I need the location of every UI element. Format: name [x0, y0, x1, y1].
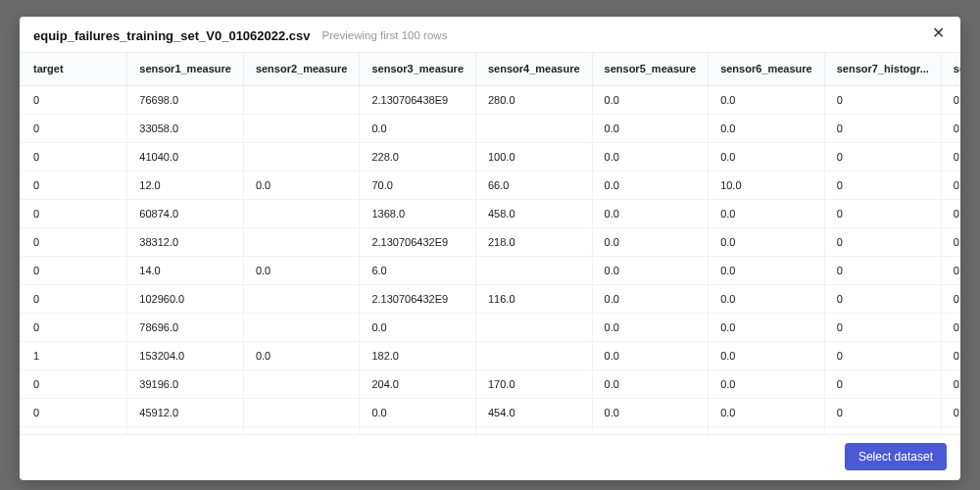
table-row[interactable]: 039196.0204.0170.00.00.000: [20, 369, 960, 398]
table-cell: 0: [20, 284, 127, 313]
table-cell: 0: [20, 398, 127, 426]
table-row[interactable]: 1153204.00.0182.00.00.000: [20, 341, 960, 369]
table-cell: 36.0: [360, 426, 476, 434]
table-cell: 0.0: [709, 398, 825, 426]
table-cell: 228.0: [360, 142, 476, 171]
table-cell: 66.0: [476, 171, 593, 199]
table-cell: 39196.0: [127, 369, 244, 398]
column-header[interactable]: target: [20, 53, 127, 85]
table-cell: [476, 256, 593, 284]
table-cell: 0.0: [709, 142, 825, 171]
table-cell: 0: [20, 85, 127, 114]
table-cell: 0.0: [592, 142, 709, 171]
table-cell: 0: [20, 426, 127, 434]
column-header[interactable]: sensor2_measure: [243, 53, 360, 85]
table-cell: 0.0: [592, 85, 709, 114]
table-cell: 0.0: [709, 199, 825, 227]
table-cell: 0: [941, 256, 960, 284]
table-row[interactable]: 041040.0228.0100.00.00.000: [20, 142, 960, 171]
table-cell: 0: [824, 369, 941, 398]
table-cell: 100.0: [476, 142, 593, 171]
table-header: targetsensor1_measuresensor2_measuresens…: [20, 53, 960, 85]
table-cell: 60874.0: [127, 199, 244, 227]
table-row[interactable]: 076698.02.130706438E9280.00.00.000: [20, 85, 960, 114]
table-cell: 0.0: [709, 426, 825, 434]
table-cell: 280.0: [476, 85, 593, 114]
column-header[interactable]: sensor6_measure: [709, 53, 825, 85]
table-cell: [243, 369, 360, 398]
table-cell: [476, 341, 593, 369]
table-cell: [243, 199, 360, 227]
table-cell: 0: [941, 114, 960, 142]
data-table: targetsensor1_measuresensor2_measuresens…: [20, 53, 960, 434]
table-cell: 0: [941, 227, 960, 256]
table-cell: 0: [20, 142, 127, 171]
modal-header: equip_failures_training_set_V0_01062022.…: [20, 17, 960, 52]
table-cell: 0: [824, 256, 941, 284]
table-cell: 454.0: [476, 398, 593, 426]
close-icon[interactable]: ✕: [929, 26, 947, 44]
table-cell: 0: [941, 171, 960, 199]
table-cell: 0: [941, 199, 960, 227]
table-cell: 0.0: [709, 313, 825, 341]
table-row[interactable]: 078696.00.00.00.000: [20, 313, 960, 341]
table-scroll-area[interactable]: targetsensor1_measuresensor2_measuresens…: [20, 52, 960, 434]
table-row[interactable]: 060874.01368.0458.00.00.000: [20, 199, 960, 227]
table-row[interactable]: 033058.00.00.00.000: [20, 114, 960, 142]
column-header[interactable]: sensor1_measure: [127, 53, 244, 85]
table-cell: 38312.0: [127, 227, 244, 256]
table-cell: 458.0: [476, 199, 593, 227]
column-header[interactable]: sensor7_histogr...: [824, 53, 941, 85]
table-cell: 0.0: [592, 341, 709, 369]
table-row[interactable]: 014.00.06.00.00.000: [20, 256, 960, 284]
file-title: equip_failures_training_set_V0_01062022.…: [33, 28, 311, 43]
table-cell: 218.0: [476, 227, 593, 256]
table-cell: 0: [824, 171, 941, 199]
table-cell: 0.0: [709, 369, 825, 398]
table-cell: 116.0: [476, 284, 593, 313]
table-cell: 41040.0: [127, 142, 244, 171]
table-cell: 153204.0: [127, 341, 244, 369]
column-header[interactable]: sensor3_measure: [360, 53, 476, 85]
table-cell: 0.0: [709, 227, 825, 256]
table-cell: 204.0: [360, 369, 476, 398]
table-cell: 0: [824, 398, 941, 426]
table-cell: 12.0: [127, 171, 244, 199]
column-header[interactable]: sensor7_histogr...: [941, 53, 960, 85]
table-row[interactable]: 012.00.070.066.00.010.000: [20, 171, 960, 199]
table-cell: 0: [941, 85, 960, 114]
table-row[interactable]: 038312.02.130706432E9218.00.00.000: [20, 227, 960, 256]
table-cell: 0.0: [592, 171, 709, 199]
table-cell: 2104.0: [127, 426, 244, 434]
table-cell: 0: [20, 227, 127, 256]
table-cell: 0.0: [592, 256, 709, 284]
table-cell: 0: [941, 341, 960, 369]
table-cell: 0: [20, 171, 127, 199]
table-cell: 0: [941, 284, 960, 313]
table-cell: [243, 227, 360, 256]
table-cell: [243, 85, 360, 114]
table-cell: 0.0: [592, 313, 709, 341]
table-cell: [243, 142, 360, 171]
table-row[interactable]: 02104.036.026.00.00.000: [20, 426, 960, 434]
table-cell: 14.0: [127, 256, 244, 284]
table-cell: 0.0: [709, 256, 825, 284]
table-cell: 6.0: [360, 256, 476, 284]
table-cell: 0: [824, 313, 941, 341]
column-header[interactable]: sensor4_measure: [476, 53, 593, 85]
table-cell: 0.0: [360, 398, 476, 426]
table-cell: 102960.0: [127, 284, 244, 313]
table-row[interactable]: 0102960.02.130706432E9116.00.00.000: [20, 284, 960, 313]
select-dataset-button[interactable]: Select dataset: [845, 443, 947, 470]
table-cell: 2.130706432E9: [360, 227, 476, 256]
table-cell: 0: [824, 142, 941, 171]
preview-modal: equip_failures_training_set_V0_01062022.…: [20, 17, 960, 480]
table-row[interactable]: 045912.00.0454.00.00.000: [20, 398, 960, 426]
table-cell: 0: [941, 369, 960, 398]
table-cell: 0: [824, 227, 941, 256]
column-header[interactable]: sensor5_measure: [592, 53, 709, 85]
table-cell: 0: [824, 284, 941, 313]
table-cell: 0: [824, 114, 941, 142]
table-cell: 0: [20, 199, 127, 227]
table-cell: 33058.0: [127, 114, 244, 142]
